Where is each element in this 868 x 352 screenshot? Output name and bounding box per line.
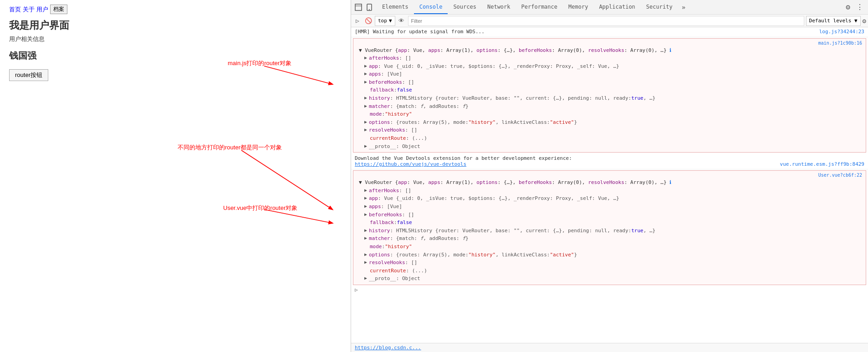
devtools-source-link[interactable]: vue.runtime.esm.js?ff9b:8429 xyxy=(780,161,864,167)
tab-application[interactable]: Application xyxy=(593,0,640,14)
nav-about[interactable]: 关于 xyxy=(23,5,35,14)
devtools-github-link[interactable]: https://github.com/vuejs/vue-devtools xyxy=(355,161,466,167)
block2-summary-line: ▼ VueRouter {app: Vue, apps: Array(1), o… xyxy=(357,179,862,187)
devtools-tabs: Elements Console Sources Network Perform… xyxy=(377,0,689,14)
dropdown-arrow-icon: ▼ xyxy=(389,18,392,24)
context-selector[interactable]: top ▼ xyxy=(375,16,395,26)
console-bottom-prompt: ▷ xyxy=(351,286,868,294)
router-button[interactable]: router按钮 xyxy=(9,69,48,81)
user-name: 钱国强 xyxy=(9,50,342,62)
block1-source-link[interactable]: main.js?1c90b:16 xyxy=(357,41,862,46)
list-item: ▶ app: Vue {_uid: 0, _isVue: true, $opti… xyxy=(357,62,862,71)
tab-memory[interactable]: Memory xyxy=(563,0,593,14)
page-title: 我是用户界面 xyxy=(9,19,342,32)
hmr-message: [HMR] Waiting for update signal from WDS… xyxy=(351,27,868,37)
settings-icon[interactable]: ⚙ xyxy=(843,3,853,12)
list-item: ▶ options: {routes: Array(5), mode: "his… xyxy=(357,118,862,127)
block2-source-link[interactable]: User.vue?cb6f:22 xyxy=(357,173,862,178)
page-subtitle: 用户相关信息 xyxy=(9,35,342,43)
more-options-icon[interactable]: ⋮ xyxy=(855,3,864,12)
log-levels-dropdown[interactable]: Default levels ▼ xyxy=(806,16,861,26)
list-item: ▶ beforeHooks: [] xyxy=(357,211,862,219)
inspect-icon[interactable] xyxy=(354,3,363,12)
list-item: ▶ beforeHooks: [] xyxy=(357,78,862,87)
nav-btn-档案[interactable]: 档案 xyxy=(50,5,67,14)
console-toolbar: ▷ 🚫 top ▼ 👁 Default levels ▼ ⚙ xyxy=(351,15,868,27)
list-item: ▶ app: Vue {_uid: 0, _isVue: true, $opti… xyxy=(357,194,862,203)
tab-elements[interactable]: Elements xyxy=(377,0,414,14)
console-object-block-2: User.vue?cb6f:22 ▼ VueRouter {app: Vue, … xyxy=(353,170,866,285)
more-tabs-icon[interactable]: » xyxy=(678,4,689,11)
console-content: [HMR] Waiting for update signal from WDS… xyxy=(351,27,868,343)
svg-line-0 xyxy=(264,66,332,84)
context-label: top xyxy=(378,18,387,24)
list-item: ▶ afterHooks: [] xyxy=(357,187,862,195)
list-item: fallback: false xyxy=(357,219,862,227)
devtools-msg-line1: Download the Vue Devtools extension for … xyxy=(355,155,864,161)
list-item: ▶ options: {routes: Array(5), mode: "his… xyxy=(357,251,862,259)
block2-summary: ▼ VueRouter {app: Vue, apps: Array(1), o… xyxy=(359,179,671,187)
bottom-bar: https://blog.csdn.c... xyxy=(351,343,868,352)
svg-line-1 xyxy=(241,150,332,209)
svg-line-2 xyxy=(264,209,332,223)
svg-point-6 xyxy=(369,9,370,10)
log-levels-label: Default levels ▼ xyxy=(809,18,858,24)
block1-summary-line: ▼ VueRouter {app: Vue, apps: Array(1), o… xyxy=(357,46,862,55)
devtools-panel: Elements Console Sources Network Perform… xyxy=(351,0,868,352)
list-item: ▶ matcher: {match: f, addRoutes: f} xyxy=(357,235,862,243)
svg-rect-3 xyxy=(355,4,362,10)
list-item: mode: "history" xyxy=(357,243,862,251)
list-item: mode: "history" xyxy=(357,110,862,118)
list-item: ▶ matcher: {match: f, addRoutes: f} xyxy=(357,102,862,111)
nav-bar: 首页 关于 用户 档案 xyxy=(9,5,342,14)
annotation-3: User.vue中打印的router对象 xyxy=(223,204,297,212)
nav-user[interactable]: 用户 xyxy=(36,5,48,14)
filter-input[interactable] xyxy=(408,16,804,26)
list-item: ▶ resolveHooks: [] xyxy=(357,126,862,134)
hmr-file-link[interactable]: log.js?34244:23 xyxy=(819,28,864,36)
bottom-link[interactable]: https://blog.csdn.c... xyxy=(355,345,421,351)
run-icon[interactable]: ▷ xyxy=(353,16,362,26)
devtools-tab-bar: Elements Console Sources Network Perform… xyxy=(351,0,868,15)
devtools-extension-msg: Download the Vue Devtools extension for … xyxy=(351,153,868,169)
list-item: ▶ resolveHooks: [] xyxy=(357,259,862,267)
tab-security[interactable]: Security xyxy=(641,0,678,14)
tab-performance[interactable]: Performance xyxy=(516,0,563,14)
list-item: currentRoute: (...) xyxy=(357,267,862,275)
list-item: fallback: false xyxy=(357,86,862,94)
tab-console[interactable]: Console xyxy=(414,0,448,14)
tab-sources[interactable]: Sources xyxy=(448,0,482,14)
console-settings-icon[interactable]: ⚙ xyxy=(863,17,866,25)
list-item: ▶ apps: [Vue] xyxy=(357,203,862,211)
device-icon[interactable] xyxy=(365,3,374,12)
list-item: ▶ afterHooks: [] xyxy=(357,54,862,62)
hmr-text: [HMR] Waiting for update signal from WDS… xyxy=(355,28,485,36)
block1-summary: ▼ VueRouter {app: Vue, apps: Array(1), o… xyxy=(359,46,671,55)
tab-network[interactable]: Network xyxy=(482,0,516,14)
annotation-2: 不同的地方打印的router都是同一个对象 xyxy=(178,143,282,152)
list-item: ▶ history: HTML5History {router: VueRout… xyxy=(357,227,862,235)
list-item: ▶ apps: [Vue] xyxy=(357,70,862,78)
devtools-settings: ⚙ ⋮ xyxy=(843,3,868,12)
devtools-left-icons xyxy=(351,3,377,12)
list-item: currentRoute: (...) xyxy=(357,134,862,143)
list-item: ▶ history: HTML5History {router: VueRout… xyxy=(357,94,862,102)
devtools-msg-line2: https://github.com/vuejs/vue-devtools vu… xyxy=(355,161,864,167)
clear-icon[interactable]: 🚫 xyxy=(364,16,373,26)
list-item: ▶ __proto__: Object xyxy=(357,143,862,151)
left-panel: 首页 关于 用户 档案 我是用户界面 用户相关信息 钱国强 router按钮 m… xyxy=(0,0,351,352)
eye-icon[interactable]: 👁 xyxy=(397,16,406,26)
console-object-block-1: main.js?1c90b:16 ▼ VueRouter {app: Vue, … xyxy=(353,38,866,153)
list-item: ▶ __proto__: Object xyxy=(357,275,862,283)
nav-home[interactable]: 首页 xyxy=(9,5,21,14)
